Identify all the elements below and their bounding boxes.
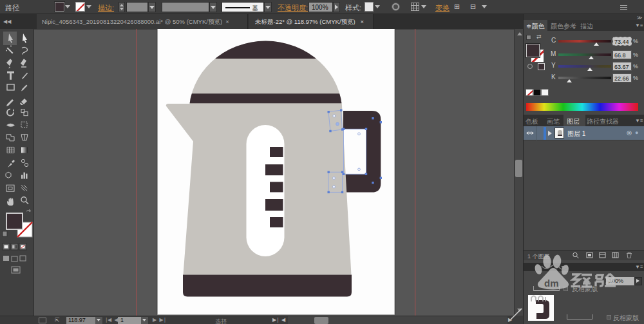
svg-text:dm: dm: [544, 278, 559, 289]
